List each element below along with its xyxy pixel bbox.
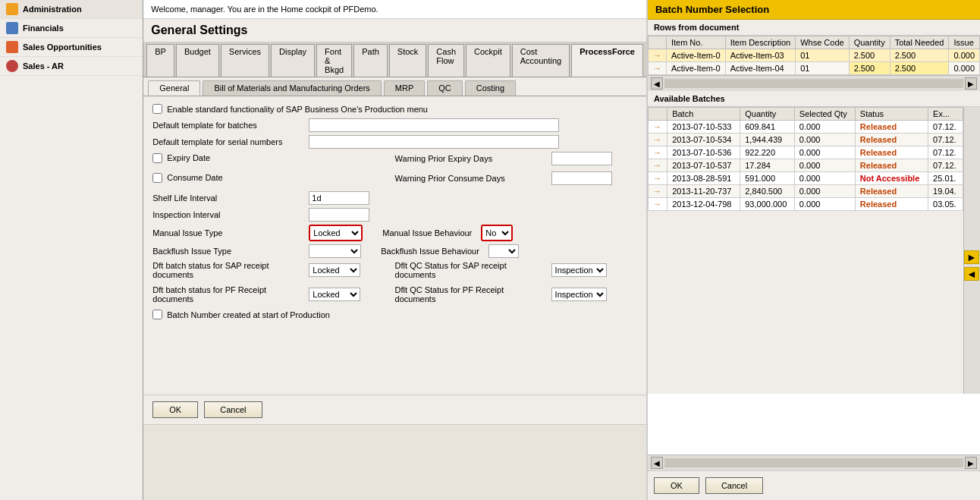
panel-ok-button[interactable]: OK [654,477,699,494]
batch-name: 2013-07-10-537 [667,159,740,172]
tab-qc[interactable]: QC [427,80,463,96]
panel-cancel-button[interactable]: Cancel [705,477,763,494]
dft-qc-pf-select[interactable]: Inspection Released [551,288,607,301]
batch-qty: 93,000.000 [740,198,795,211]
row-arrow: → [648,62,666,75]
sidebar-item-administration[interactable]: Administration [0,0,143,19]
row-qty: 2.500 [849,49,890,62]
tab-font-bkgd[interactable]: Font & Bkgd [316,44,352,77]
tab-cockpit[interactable]: Cockpit [466,44,510,77]
batch-ex: 19.04. [928,185,963,198]
default-template-batches-input[interactable] [309,118,559,132]
tab-bom[interactable]: Bill of Materials and Manufacturing Orde… [203,80,381,96]
list-item[interactable]: → 2013-11-20-737 2,840.500 0.000 Release… [648,185,963,198]
manual-behaviour-select[interactable]: No Yes [482,226,511,240]
default-template-serial-input[interactable] [309,135,559,149]
tab-display[interactable]: Display [271,44,315,77]
sidebar-label-sales-opp: Sales Opportunities [23,42,102,52]
list-item[interactable]: → 2013-08-28-591 591.000 0.000 Not Acces… [648,172,963,185]
batch-ex: 07.12. [928,121,963,134]
sidebar-item-financials[interactable]: Financials [0,19,143,38]
warning-expiry-input[interactable] [551,152,612,165]
ok-button[interactable]: OK [152,401,198,418]
batches-table: Batch Quantity Selected Qty Status Ex...… [648,107,963,211]
manual-behaviour-label: Manual Issue Behaviour [382,228,472,237]
sidebar-label-sales-ar: Sales - AR [23,61,64,71]
batch-selection-panel: Batch Number Selection Rows from documen… [646,0,980,500]
manual-issue-select[interactable]: Locked Unlocked Released [310,226,361,240]
sidebar-item-sales-opportunities[interactable]: Sales Opportunities [0,38,143,57]
batch-number-row: Batch Number created at start of Product… [152,310,637,319]
batches-scroll-right[interactable]: ▶ [965,457,977,469]
row-item-desc: Active-Item-03 [725,49,795,62]
backflush-behaviour-label: Backflush Issue Behaviour [381,247,479,256]
tab-budget[interactable]: Budget [176,44,219,77]
table-row[interactable]: → Active-Item-0 Active-Item-04 01 2.500 … [648,62,979,75]
tab-stock[interactable]: Stock [389,44,427,77]
dft-qc-sap-select[interactable]: Inspection Released [551,263,607,277]
tab-processforce[interactable]: ProcessForce [571,44,643,77]
tab-services[interactable]: Services [221,44,269,77]
row-issue: 0.000 [949,49,980,62]
batch-qty: 922.220 [740,146,795,159]
batch-number-checkbox[interactable] [152,310,162,319]
dft-pf-row: Dft batch status for PF Receipt document… [152,285,637,307]
warning-consume-label: Warning Prior Consume Days [395,174,547,183]
sidebar-label-administration: Administration [23,5,82,14]
col-check [648,36,666,49]
batch-arrow: → [648,185,667,198]
backflush-dropdown-wrapper: Locked Unlocked Released [309,244,361,258]
shelf-life-input[interactable] [309,191,369,205]
list-item[interactable]: → 2013-07-10-534 1,944.439 0.000 Release… [648,134,963,146]
tab-mrp[interactable]: MRP [384,80,425,96]
batches-scroll-left[interactable]: ◀ [651,457,663,469]
nav-arrow-left-btn[interactable]: ◄ [964,267,979,281]
list-item[interactable]: → 2013-07-10-537 17.284 0.000 Released 0… [648,159,963,172]
batch-arrow: → [648,134,667,146]
tab-row-2: General Bill of Materials and Manufactur… [143,77,646,96]
row-arrow: → [648,49,666,62]
batch-selected: 0.000 [794,172,855,185]
batch-status: Released [855,146,928,159]
tab-cash-flow[interactable]: Cash Flow [428,44,464,77]
tab-bp[interactable]: BP [146,44,174,77]
tab-costing[interactable]: Costing [465,80,516,96]
table-row[interactable]: → Active-Item-0 Active-Item-03 01 2.500 … [648,49,979,62]
batch-selected: 0.000 [794,159,855,172]
tab-cost-accounting[interactable]: Cost Accounting [512,44,570,77]
scroll-right-btn[interactable]: ▶ [965,77,977,90]
batch-name: 2013-07-10-536 [667,146,740,159]
batch-qty: 2,840.500 [740,185,795,198]
batches-scroll-track[interactable] [664,458,963,467]
expiry-date-checkbox[interactable] [152,153,162,163]
dft-batch-sap-select[interactable]: Locked Unlocked [309,263,360,277]
list-item[interactable]: → 2013-12-04-798 93,000.000 0.000 Releas… [648,198,963,211]
page-title: General Settings [143,19,646,42]
batch-number-label: Batch Number created at start of Product… [167,310,330,319]
manual-issue-dropdown-wrapper: Locked Unlocked Released [309,225,363,241]
backflush-select[interactable]: Locked Unlocked Released [309,244,361,258]
consume-date-checkbox[interactable] [152,173,162,183]
dft-batch-pf-select[interactable]: Locked Unlocked [309,288,360,301]
row-qty: 2.500 [849,62,890,75]
enable-production-row: Enable standard functionality of SAP Bus… [152,104,637,114]
inspection-input[interactable] [309,208,369,222]
tab-path[interactable]: Path [353,44,388,77]
cancel-button[interactable]: Cancel [204,401,262,418]
manual-behaviour-dropdown-wrapper: No Yes [481,225,513,241]
list-item[interactable]: → 2013-07-10-536 922.220 0.000 Released … [648,146,963,159]
batch-ex: 07.12. [928,146,963,159]
batch-arrow: → [648,159,667,172]
batch-name: 2013-11-20-737 [667,185,740,198]
scroll-left-btn[interactable]: ◀ [651,77,663,90]
tab-general[interactable]: General [148,80,200,96]
sidebar-item-sales-ar[interactable]: Sales - AR [0,57,143,76]
backflush-behaviour-select[interactable]: No Yes [488,244,519,258]
list-item[interactable]: → 2013-07-10-533 609.841 0.000 Released … [648,121,963,134]
warning-consume-input[interactable] [551,171,612,185]
scroll-track[interactable] [664,79,963,88]
nav-arrow-right-btn[interactable]: ► [964,250,979,264]
enable-production-checkbox[interactable] [152,104,162,114]
batch-status: Not Accessible [855,172,928,185]
batch-col-check [648,108,667,121]
